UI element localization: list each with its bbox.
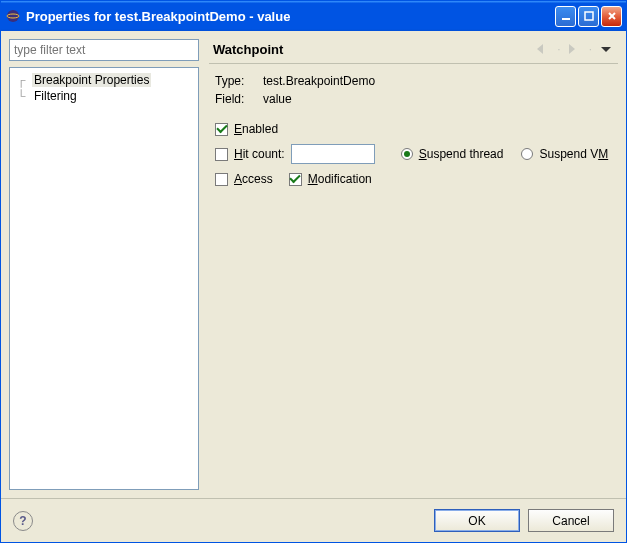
suspend-vm-radio[interactable] bbox=[521, 148, 533, 160]
filter-input[interactable] bbox=[9, 39, 199, 61]
tree-item-filtering[interactable]: └ Filtering bbox=[12, 88, 196, 104]
properties-dialog: Properties for test.BreakpointDemo - val… bbox=[0, 0, 627, 543]
content-pane: Watchpoint · · Type: test.BreakpointDemo bbox=[199, 39, 618, 490]
tree-branch-icon: └ bbox=[14, 89, 28, 103]
tree-branch-icon: ┌ bbox=[14, 73, 28, 87]
minimize-button[interactable] bbox=[555, 6, 576, 27]
section-title: Watchpoint bbox=[213, 42, 535, 57]
watchpoint-info: Type: test.BreakpointDemo Field: value bbox=[209, 64, 618, 116]
window-title: Properties for test.BreakpointDemo - val… bbox=[26, 9, 555, 24]
field-value: value bbox=[263, 92, 292, 106]
type-row: Type: test.BreakpointDemo bbox=[215, 74, 612, 88]
navigation-pane: ┌ Breakpoint Properties └ Filtering bbox=[9, 39, 199, 490]
hitcount-checkbox[interactable] bbox=[215, 148, 228, 161]
window-controls bbox=[555, 6, 622, 27]
type-value: test.BreakpointDemo bbox=[263, 74, 375, 88]
hitcount-label: Hit count: bbox=[234, 147, 285, 161]
hitcount-row: Hit count: Suspend thread Suspend VM bbox=[215, 144, 612, 164]
button-bar: ? OK Cancel bbox=[1, 498, 626, 542]
modification-label: Modification bbox=[308, 172, 372, 186]
access-row: Access Modification bbox=[215, 172, 612, 186]
main-area: ┌ Breakpoint Properties └ Filtering Watc… bbox=[1, 31, 626, 498]
history-nav: · · bbox=[535, 41, 614, 57]
svg-rect-2 bbox=[562, 18, 570, 20]
category-tree[interactable]: ┌ Breakpoint Properties └ Filtering bbox=[9, 67, 199, 490]
dot-separator: · bbox=[557, 42, 560, 56]
field-row: Field: value bbox=[215, 92, 612, 106]
enabled-row: Enabled bbox=[215, 122, 612, 136]
svg-point-0 bbox=[7, 10, 19, 22]
cancel-button[interactable]: Cancel bbox=[528, 509, 614, 532]
menu-dropdown-icon[interactable] bbox=[598, 41, 614, 57]
titlebar[interactable]: Properties for test.BreakpointDemo - val… bbox=[1, 1, 626, 31]
field-label: Field: bbox=[215, 92, 257, 106]
hitcount-field[interactable] bbox=[291, 144, 375, 164]
ok-button[interactable]: OK bbox=[434, 509, 520, 532]
forward-icon[interactable] bbox=[567, 41, 583, 57]
suspend-thread-radio[interactable] bbox=[401, 148, 413, 160]
type-label: Type: bbox=[215, 74, 257, 88]
watchpoint-form: Enabled Hit count: Suspend thread Suspen… bbox=[209, 116, 618, 192]
suspend-vm-label: Suspend VM bbox=[539, 147, 608, 161]
back-icon[interactable] bbox=[535, 41, 551, 57]
eclipse-icon bbox=[5, 8, 21, 24]
help-icon[interactable]: ? bbox=[13, 511, 33, 531]
access-label: Access bbox=[234, 172, 273, 186]
enabled-checkbox[interactable] bbox=[215, 123, 228, 136]
tree-item-breakpoint-properties[interactable]: ┌ Breakpoint Properties bbox=[12, 72, 196, 88]
tree-item-label: Filtering bbox=[32, 89, 79, 103]
enabled-label: Enabled bbox=[234, 122, 278, 136]
close-button[interactable] bbox=[601, 6, 622, 27]
suspend-thread-label: Suspend thread bbox=[419, 147, 504, 161]
access-checkbox[interactable] bbox=[215, 173, 228, 186]
svg-rect-3 bbox=[585, 12, 593, 20]
modification-checkbox[interactable] bbox=[289, 173, 302, 186]
dot-separator: · bbox=[589, 42, 592, 56]
maximize-button[interactable] bbox=[578, 6, 599, 27]
tree-item-label: Breakpoint Properties bbox=[32, 73, 151, 87]
client-area: ┌ Breakpoint Properties └ Filtering Watc… bbox=[1, 31, 626, 542]
section-header: Watchpoint · · bbox=[209, 39, 618, 64]
